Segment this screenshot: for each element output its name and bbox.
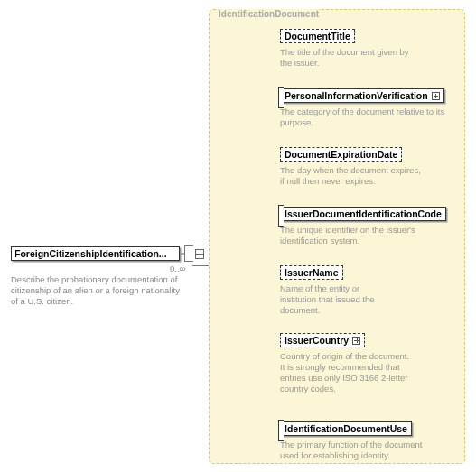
- child-description: The title of the document given by the i…: [280, 47, 410, 69]
- expand-icon[interactable]: [352, 337, 360, 345]
- child-description: The category of the document relative to…: [280, 106, 448, 128]
- child-element[interactable]: IssuerDocumentIdentificationCode: [280, 207, 446, 221]
- child-description: The primary function of the document use…: [280, 440, 425, 461]
- child-label: IdentificationDocumentUse: [285, 423, 407, 434]
- child-label: DocumentExpirationDate: [285, 149, 397, 160]
- child-label: DocumentTitle: [285, 31, 350, 42]
- child-description: The unique identifier on the issuer's id…: [280, 225, 444, 246]
- switch-icon: [195, 249, 202, 258]
- group-title: IdentificationDocument: [219, 9, 319, 19]
- root-label: ForeignCitizenshipIdentification...: [14, 248, 167, 259]
- child-element[interactable]: DocumentTitle: [280, 29, 355, 43]
- child-element[interactable]: IssuerName: [280, 265, 343, 280]
- child-label: IssuerDocumentIdentificationCode: [285, 208, 442, 219]
- optional-wrapper: [184, 245, 193, 262]
- child-description: Name of the entity or institution that i…: [280, 283, 397, 316]
- child-element[interactable]: PersonalInformationVerification: [280, 88, 444, 103]
- child-element[interactable]: IssuerCountry: [280, 333, 365, 347]
- root-description: Describe the probationary documentation …: [11, 274, 184, 307]
- child-description: Country of origin of the document. It is…: [280, 351, 414, 394]
- root-element[interactable]: ForeignCitizenshipIdentification...: [11, 246, 180, 261]
- root-cardinality: 0..∞: [170, 264, 185, 273]
- child-element[interactable]: IdentificationDocumentUse: [280, 421, 412, 436]
- child-label: PersonalInformationVerification: [285, 90, 428, 101]
- child-description: The day when the document expires, if nu…: [280, 165, 425, 187]
- child-label: IssuerName: [285, 267, 339, 278]
- child-element[interactable]: DocumentExpirationDate: [280, 147, 402, 162]
- expand-icon[interactable]: [432, 92, 440, 100]
- child-label: IssuerCountry: [285, 335, 349, 346]
